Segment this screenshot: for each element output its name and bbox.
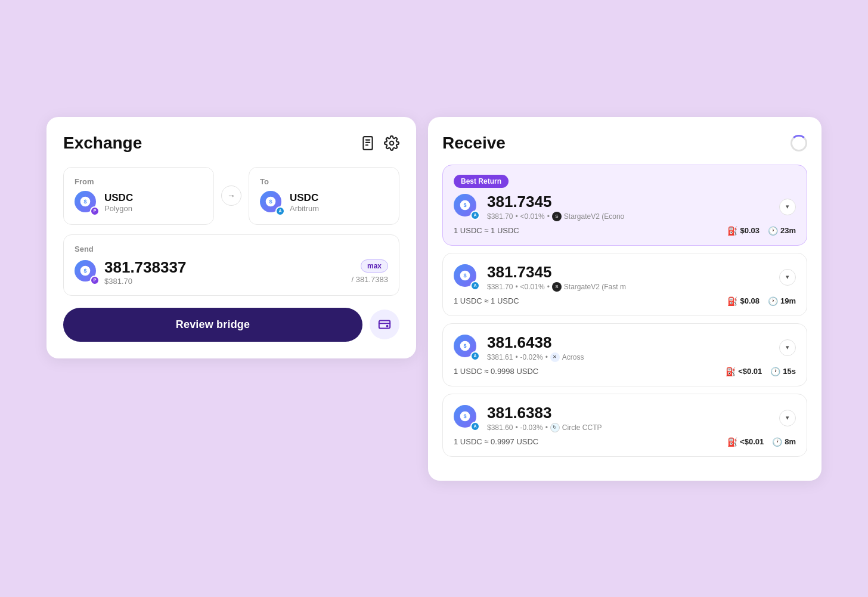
best-return-badge: Best Return <box>454 175 509 188</box>
svg-text:$: $ <box>83 268 86 274</box>
swap-arrow-button[interactable]: → <box>221 185 241 206</box>
route-3-chain-badge: A <box>470 351 480 361</box>
svg-rect-11 <box>379 321 390 329</box>
review-bridge-button[interactable]: Review bridge <box>63 308 362 342</box>
send-chain-badge: P <box>90 276 100 285</box>
from-label: From <box>75 177 203 186</box>
route-3-top: $ A 381.6438 $381.61 • -0.02% • ✕ Across <box>454 333 796 362</box>
route-4-bottom: 1 USDC ≈ 0.9997 USDC ⛽ <$0.01 🕐 8m <box>454 437 796 447</box>
svg-point-4 <box>390 141 394 145</box>
route-2-protocol-icon: S <box>552 282 562 292</box>
route-2-details: $381.70 • <0.01% • S StargateV2 (Fast m <box>487 282 626 292</box>
route-1-time: 🕐 23m <box>768 226 796 236</box>
to-label: To <box>260 177 388 186</box>
route-option-4[interactable]: $ A 381.6383 $381.60 • -0.03% • ↻ Circle… <box>442 394 807 457</box>
route-4-gas: ⛽ <$0.01 <box>727 437 764 447</box>
from-token-info: USDC Polygon <box>104 192 133 213</box>
route-1-chain-badge: A <box>470 211 480 220</box>
wallet-icon <box>378 318 391 331</box>
route-option-3[interactable]: $ A 381.6438 $381.61 • -0.02% • ✕ Across <box>442 323 807 386</box>
route-1-amount-info: 381.7345 $381.70 • <0.01% • S StargateV2… <box>487 193 624 221</box>
route-3-chevron[interactable]: ▾ <box>779 339 796 356</box>
receive-title: Receive <box>442 134 506 153</box>
receive-header: Receive <box>442 134 807 153</box>
to-box[interactable]: To $ A USDC Arbitrum <box>249 167 399 225</box>
route-2-chevron[interactable]: ▾ <box>779 269 796 286</box>
route-4-token-icon: $ A <box>454 405 480 431</box>
route-1-top: $ A 381.7345 $381.70 • <0.01% • S Starga… <box>454 193 796 221</box>
route-option-2[interactable]: $ A 381.7345 $381.70 • <0.01% • S Starga… <box>442 253 807 316</box>
exchange-header: Exchange <box>63 134 399 153</box>
svg-text:$: $ <box>269 199 272 205</box>
from-chain-badge: P <box>90 206 100 216</box>
exchange-card: Exchange From <box>46 117 416 358</box>
route-1-left: $ A 381.7345 $381.70 • <0.01% • S Starga… <box>454 193 624 221</box>
route-4-chain-badge: A <box>470 422 480 431</box>
route-2-left: $ A 381.7345 $381.70 • <0.01% • S Starga… <box>454 263 626 292</box>
route-1-rate: 1 USDC ≈ 1 USDC <box>454 226 519 235</box>
route-1-bottom: 1 USDC ≈ 1 USDC ⛽ $0.03 🕐 23m <box>454 226 796 236</box>
exchange-header-icons <box>360 135 399 151</box>
route-4-protocol-icon: ↻ <box>550 423 560 432</box>
route-2-top: $ A 381.7345 $381.70 • <0.01% • S Starga… <box>454 263 796 292</box>
route-3-time: 🕐 15s <box>770 367 796 376</box>
send-max-amount: / 381.7383 <box>352 275 388 284</box>
route-2-token-icon: $ A <box>454 264 480 290</box>
max-badge[interactable]: max <box>361 259 388 273</box>
send-amount-info: 381.738337 $381.70 <box>104 258 186 286</box>
from-token-row: $ P USDC Polygon <box>75 191 203 215</box>
from-token-icon: $ P <box>75 191 98 215</box>
route-3-amount: 381.6438 <box>487 333 584 352</box>
to-chain-badge: A <box>275 206 285 216</box>
route-4-rate: 1 USDC ≈ 0.9997 USDC <box>454 437 538 446</box>
route-2-amount-info: 381.7345 $381.70 • <0.01% • S StargateV2… <box>487 263 626 292</box>
settings-icon[interactable] <box>384 135 399 151</box>
from-box[interactable]: From $ P USDC Polygon <box>63 167 214 225</box>
svg-text:$: $ <box>83 199 86 205</box>
route-4-top: $ A 381.6383 $381.60 • -0.03% • ↻ Circle… <box>454 404 796 432</box>
route-4-amount: 381.6383 <box>487 404 602 422</box>
route-3-amount-info: 381.6438 $381.61 • -0.02% • ✕ Across <box>487 333 584 362</box>
route-2-bottom: 1 USDC ≈ 1 USDC ⛽ $0.08 🕐 19m <box>454 296 796 306</box>
from-token-name: USDC <box>104 192 133 204</box>
route-1-meta: ⛽ $0.03 🕐 23m <box>727 226 796 236</box>
route-3-left: $ A 381.6438 $381.61 • -0.02% • ✕ Across <box>454 333 584 362</box>
route-3-gas: ⛽ <$0.01 <box>726 367 762 376</box>
route-option-1[interactable]: Best Return $ A 381.7345 $381.70 • <box>442 165 807 246</box>
route-2-time: 🕐 19m <box>768 296 796 306</box>
send-left: $ P 381.738337 $381.70 <box>75 258 186 286</box>
action-row: Review bridge <box>63 308 399 342</box>
route-2-gas: ⛽ $0.08 <box>727 296 760 306</box>
send-row: $ P 381.738337 $381.70 max / 381.7383 <box>75 258 388 286</box>
route-3-protocol-icon: ✕ <box>550 352 560 362</box>
route-3-bottom: 1 USDC ≈ 0.9998 USDC ⛽ <$0.01 🕐 15s <box>454 367 796 376</box>
route-4-amount-info: 381.6383 $381.60 • -0.03% • ↻ Circle CCT… <box>487 404 602 432</box>
route-1-token-icon: $ A <box>454 194 480 220</box>
loading-spinner <box>790 135 807 151</box>
route-4-chevron[interactable]: ▾ <box>779 410 796 426</box>
route-3-details: $381.61 • -0.02% • ✕ Across <box>487 352 584 362</box>
svg-text:$: $ <box>463 273 466 279</box>
route-3-meta: ⛽ <$0.01 🕐 15s <box>726 367 796 376</box>
exchange-title: Exchange <box>63 134 142 153</box>
to-token-info: USDC Arbitrum <box>290 192 319 213</box>
route-1-protocol-icon: S <box>552 212 562 221</box>
svg-point-12 <box>387 326 388 327</box>
route-2-chain-badge: A <box>470 281 480 290</box>
route-4-meta: ⛽ <$0.01 🕐 8m <box>727 437 796 447</box>
history-icon[interactable] <box>360 135 376 151</box>
to-token-row: $ A USDC Arbitrum <box>260 191 388 215</box>
route-3-token-icon: $ A <box>454 335 480 361</box>
route-3-rate: 1 USDC ≈ 0.9998 USDC <box>454 367 538 376</box>
route-4-time: 🕐 8m <box>772 437 796 447</box>
wallet-icon-button[interactable] <box>370 310 399 339</box>
send-label: Send <box>75 245 388 253</box>
send-right: max / 381.7383 <box>352 259 388 284</box>
route-1-chevron[interactable]: ▾ <box>779 199 796 215</box>
to-token-icon: $ A <box>260 191 284 215</box>
svg-text:$: $ <box>463 343 466 349</box>
route-4-details: $381.60 • -0.03% • ↻ Circle CCTP <box>487 423 602 432</box>
to-chain-name: Arbitrum <box>290 204 319 213</box>
route-1-gas: ⛽ $0.03 <box>727 226 760 236</box>
send-token-icon: $ P <box>75 260 98 284</box>
